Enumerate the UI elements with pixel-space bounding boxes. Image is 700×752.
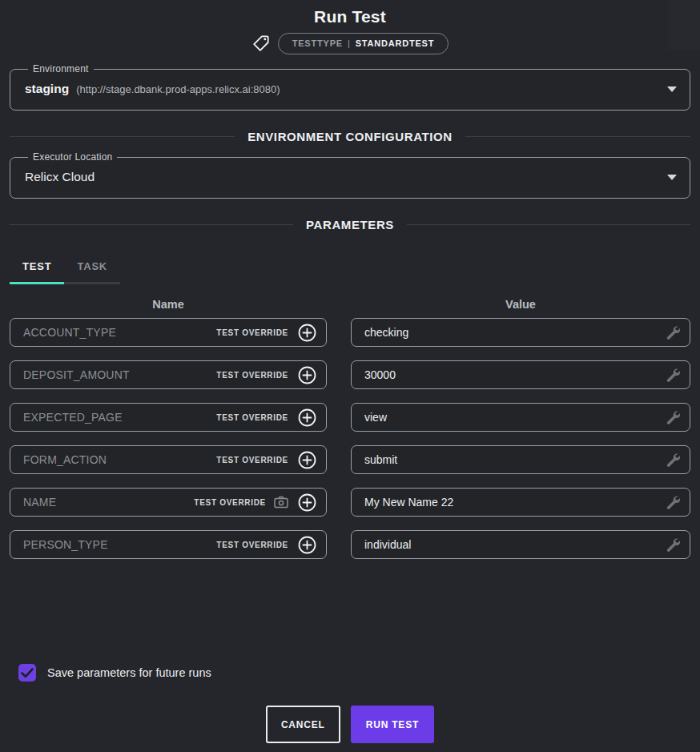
run-test-dialog: Run Test TESTTYPE | STANDARDTEST Environ…	[0, 0, 700, 743]
test-type-badge-row: TESTTYPE | STANDARDTEST	[10, 31, 690, 55]
run-test-button[interactable]: RUN TEST	[351, 706, 434, 743]
pill-separator: |	[348, 39, 351, 48]
override-badge: TEST OVERRIDE	[194, 498, 266, 507]
add-override-icon[interactable]	[298, 366, 316, 384]
wrench-icon[interactable]	[666, 496, 680, 509]
parameters-heading: PARAMETERS	[306, 218, 394, 231]
tab-task[interactable]: TASK	[64, 253, 120, 284]
wrench-icon[interactable]	[666, 538, 680, 552]
parameter-value: submit	[364, 453, 397, 466]
parameter-value: individual	[364, 538, 411, 551]
parameter-name-input[interactable]: DEPOSIT_AMOUNT TEST OVERRIDE	[10, 360, 327, 389]
environment-url: (http://stage.dbank.prod-apps.relicx.ai:…	[76, 83, 280, 95]
executor-location-select[interactable]: Executor Location Relicx Cloud	[10, 151, 690, 199]
parameter-name-input[interactable]: NAME TEST OVERRIDE	[10, 488, 327, 517]
save-parameters-row: Save parameters for future runs	[10, 664, 690, 682]
environment-configuration-heading: ENVIRONMENT CONFIGURATION	[247, 130, 453, 143]
parameters-divider: PARAMETERS	[10, 218, 690, 231]
wrench-icon[interactable]	[666, 368, 680, 382]
tag-icon	[251, 34, 271, 53]
chevron-down-icon	[667, 86, 677, 92]
test-type-pill: TESTTYPE | STANDARDTEST	[278, 33, 449, 54]
parameter-row: PERSON_TYPE TEST OVERRIDE individual	[10, 530, 690, 559]
parameter-value-input[interactable]: checking	[351, 318, 690, 347]
wrench-icon[interactable]	[666, 326, 680, 340]
parameter-name: ACCOUNT_TYPE	[23, 326, 116, 339]
parameter-value-input[interactable]: My New Name 22	[351, 488, 690, 517]
override-badge: TEST OVERRIDE	[216, 371, 288, 380]
parameter-value-input[interactable]: submit	[351, 445, 690, 474]
override-badge: TEST OVERRIDE	[216, 413, 288, 422]
value-column-header: Value	[351, 298, 690, 311]
save-parameters-label: Save parameters for future runs	[47, 666, 211, 679]
parameters-tabs: TEST TASK	[10, 253, 690, 284]
parameter-value-input[interactable]: individual	[351, 530, 690, 559]
environment-select[interactable]: Environment staging (http://stage.dbank.…	[10, 63, 690, 111]
parameter-name-input[interactable]: ACCOUNT_TYPE TEST OVERRIDE	[10, 318, 327, 347]
parameter-row: EXPECTED_PAGE TEST OVERRIDE view	[10, 403, 690, 432]
parameter-name: DEPOSIT_AMOUNT	[23, 368, 130, 381]
cancel-button[interactable]: CANCEL	[266, 706, 340, 743]
add-override-icon[interactable]	[298, 536, 316, 554]
parameter-value: My New Name 22	[364, 496, 453, 509]
override-badge: TEST OVERRIDE	[216, 456, 288, 464]
override-badge: TEST OVERRIDE	[216, 541, 288, 549]
parameter-name-input[interactable]: EXPECTED_PAGE TEST OVERRIDE	[10, 403, 327, 432]
parameter-name: NAME	[23, 496, 56, 509]
wrench-icon[interactable]	[666, 411, 680, 424]
parameter-name: FORM_ACTION	[23, 453, 107, 466]
add-override-icon[interactable]	[298, 408, 316, 427]
save-parameters-checkbox[interactable]	[18, 664, 36, 682]
parameter-name: PERSON_TYPE	[23, 538, 108, 551]
wrench-icon[interactable]	[666, 453, 680, 467]
name-column-header: Name	[10, 298, 327, 311]
environment-label: Environment	[28, 63, 94, 74]
test-type-label: TESTTYPE	[292, 39, 343, 48]
page-title: Run Test	[10, 0, 690, 26]
environment-value: staging	[25, 82, 69, 96]
camera-icon[interactable]	[274, 496, 288, 509]
parameter-value: view	[364, 411, 387, 424]
parameter-rows: ACCOUNT_TYPE TEST OVERRIDE checking	[10, 318, 690, 559]
add-override-icon[interactable]	[298, 324, 316, 342]
dialog-actions: CANCEL RUN TEST	[10, 706, 690, 743]
parameter-row: NAME TEST OVERRIDE	[10, 488, 690, 517]
override-badge: TEST OVERRIDE	[216, 328, 288, 337]
parameter-row: FORM_ACTION TEST OVERRIDE submit	[10, 445, 690, 474]
environment-configuration-divider: ENVIRONMENT CONFIGURATION	[10, 130, 690, 143]
parameter-row: DEPOSIT_AMOUNT TEST OVERRIDE 30000	[10, 360, 690, 389]
parameter-name-input[interactable]: PERSON_TYPE TEST OVERRIDE	[10, 530, 327, 559]
executor-location-value: Relicx Cloud	[25, 170, 95, 184]
chevron-down-icon	[667, 175, 677, 180]
parameter-name: EXPECTED_PAGE	[23, 411, 123, 424]
parameter-value: 30000	[364, 368, 396, 381]
tab-test[interactable]: TEST	[10, 253, 64, 284]
add-override-icon[interactable]	[298, 451, 316, 469]
parameter-row: ACCOUNT_TYPE TEST OVERRIDE checking	[10, 318, 690, 347]
parameter-name-input[interactable]: FORM_ACTION TEST OVERRIDE	[10, 445, 327, 474]
parameter-value: checking	[364, 326, 408, 339]
executor-location-label: Executor Location	[28, 151, 117, 163]
test-type-value: STANDARDTEST	[356, 39, 435, 48]
add-override-icon[interactable]	[298, 493, 316, 512]
parameter-value-input[interactable]: 30000	[351, 360, 690, 389]
parameter-value-input[interactable]: view	[351, 403, 690, 432]
table-headers: Name Value	[10, 298, 690, 311]
